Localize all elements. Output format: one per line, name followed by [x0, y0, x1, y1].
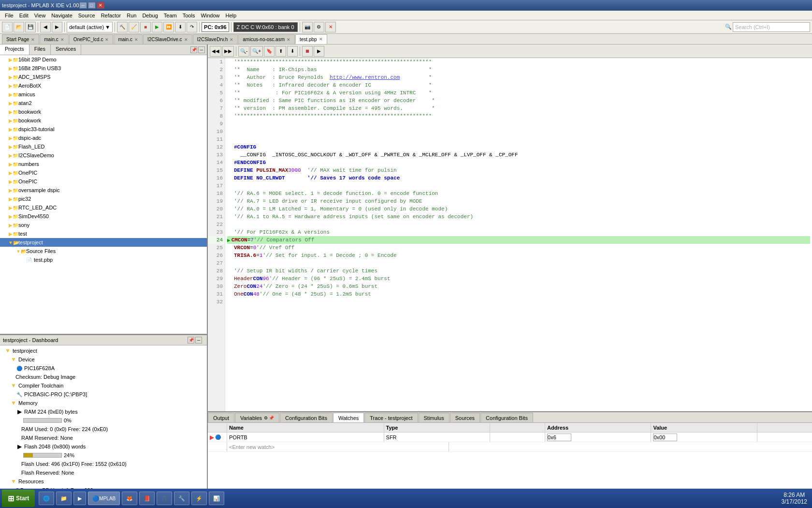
- tree-item-test[interactable]: ▶📁 test: [0, 229, 207, 238]
- tree-item-flash-led[interactable]: ▶📁 Flash_LED: [0, 142, 207, 151]
- code-line-13[interactable]: __CONFIG _INTOSC_OSC_NOCLKOUT & _WDT_OFF…: [227, 151, 810, 159]
- taskbar-pickit[interactable]: ⚡: [191, 492, 207, 505]
- tree-item-dspic33[interactable]: ▶📁 dspic33-tutorial: [0, 125, 207, 134]
- code-line-20[interactable]: '// RA.0 = LM Latched = 1, Momentary = 0…: [227, 205, 810, 213]
- tree-item-adc[interactable]: ▶📁 ADC_1MSPS: [0, 73, 207, 81]
- tree-item-16bit28pin[interactable]: ▶📁 16Bit 28Pin USB3: [0, 64, 207, 73]
- tree-item-rtc[interactable]: ▶📁 RTC_LED_ADC: [0, 203, 207, 212]
- tab-close-icon[interactable]: ✕: [287, 37, 290, 42]
- code-line-21[interactable]: '// RA.1 to RA.5 = Hardware address inpu…: [227, 213, 810, 221]
- taskbar-unknown2[interactable]: 📊: [209, 492, 224, 505]
- dash-flash-header[interactable]: ▶ Flash 2048 (0x800) words: [2, 442, 205, 451]
- code-content[interactable]: '***************************************…: [225, 58, 812, 411]
- tree-item-sony[interactable]: ▶📁 sony: [0, 221, 207, 229]
- taskbar-folder[interactable]: 📁: [56, 492, 72, 505]
- tab-main-c-2[interactable]: main.c ✕: [114, 34, 142, 44]
- code-line-23[interactable]: '// For PIC16F62x & A versions: [227, 228, 810, 236]
- tab-close-icon[interactable]: ✕: [134, 37, 138, 42]
- dash-device[interactable]: ▼ Device: [2, 355, 205, 364]
- tree-item-test-pbp[interactable]: 📄 test.pbp: [0, 255, 207, 264]
- code-line-4[interactable]: '* Notes : Infrared decoder & encoder IC…: [227, 81, 810, 89]
- minimize-panel-button[interactable]: ─: [198, 46, 205, 53]
- taskbar-unknown1[interactable]: 🔧: [174, 492, 189, 505]
- dash-checksum[interactable]: Checksum: Debug Image: [2, 373, 205, 381]
- tab-stimulus[interactable]: Stimulus: [419, 413, 450, 422]
- tab-i2cslave-drv[interactable]: I2CSlaveDrv.h ✕: [193, 34, 238, 44]
- pin-button[interactable]: 📌: [190, 46, 197, 53]
- dash-testproject[interactable]: ▼ testproject: [2, 346, 205, 355]
- taskbar-winamp[interactable]: 🎵: [157, 492, 172, 505]
- dash-ram-header[interactable]: ▶ RAM 224 (0xE0) bytes: [2, 407, 205, 416]
- tab-sources[interactable]: Sources: [450, 413, 480, 422]
- menu-run[interactable]: Run: [124, 12, 139, 19]
- tab-watches[interactable]: Watches: [333, 413, 364, 422]
- dash-picbasic[interactable]: 🔧 PICBASIC-PRO [C:\PBP3]: [2, 390, 205, 399]
- menu-window[interactable]: Window: [198, 12, 222, 19]
- menu-navigate[interactable]: Navigate: [48, 12, 75, 19]
- code-line-1[interactable]: '***************************************…: [227, 58, 810, 66]
- maximize-button[interactable]: □: [88, 2, 96, 9]
- menu-file[interactable]: File: [2, 12, 16, 19]
- code-line-16[interactable]: DEFINE NO_CLRWDT '// Saves 17 words code…: [227, 174, 810, 182]
- menu-tools[interactable]: Tools: [180, 12, 198, 19]
- code-line-10[interactable]: [227, 128, 810, 135]
- code-line-24[interactable]: ▶CMCON = 7 '// Comparators Off: [227, 236, 810, 244]
- taskbar-mplab[interactable]: 🔵 MPLAB: [88, 492, 120, 505]
- dash-resources[interactable]: ▼ Resources: [2, 477, 205, 486]
- tab-files[interactable]: Files: [29, 45, 51, 55]
- watch-new-name[interactable]: <Enter new watch>: [227, 442, 449, 451]
- tree-item-atan2[interactable]: ▶📁 atan2: [0, 99, 207, 107]
- tab-close-icon[interactable]: ✕: [319, 37, 323, 42]
- taskbar-media[interactable]: ▶: [73, 492, 86, 505]
- tree-item-simdev[interactable]: ▶📁 SimDev4550: [0, 212, 207, 221]
- tree-item-bookwork1[interactable]: ▶📁 bookwork: [0, 107, 207, 116]
- tab-close-icon[interactable]: ✕: [230, 37, 233, 42]
- code-line-17[interactable]: [227, 182, 810, 190]
- clean-button[interactable]: 🧹: [129, 22, 139, 32]
- debug-go-btn[interactable]: ▶: [314, 46, 324, 57]
- tab-main-c-1[interactable]: main.c ✕: [40, 34, 68, 44]
- tree-item-aerobot[interactable]: ▶📁 AeroBotX: [0, 81, 207, 90]
- code-line-14[interactable]: #ENDCONFIG: [227, 159, 810, 166]
- code-line-12[interactable]: #CONFIG: [227, 143, 810, 151]
- debug-button[interactable]: ⏩: [163, 22, 174, 32]
- minimize-dashboard-button[interactable]: ─: [195, 337, 202, 344]
- menu-edit[interactable]: Edit: [16, 12, 31, 19]
- code-line-29[interactable]: Header CON 96 '// Header = (96 * 25uS) =…: [227, 275, 810, 283]
- code-line-5[interactable]: '* : For PIC16F62x & A version using 4MH…: [227, 89, 810, 97]
- code-line-6[interactable]: '* modified : Same PIC functions as IR e…: [227, 97, 810, 105]
- editor-forward-button[interactable]: ▶▶: [222, 46, 234, 57]
- tab-close-icon[interactable]: ✕: [31, 37, 35, 42]
- prev-bookmark[interactable]: ⬆: [276, 46, 286, 57]
- menu-refactor[interactable]: Refactor: [98, 12, 124, 19]
- taskbar-acrobat[interactable]: 📕: [139, 492, 155, 505]
- next-bookmark[interactable]: ⬇: [287, 46, 298, 57]
- menu-help[interactable]: Help: [223, 12, 240, 19]
- close-button[interactable]: ✕: [97, 2, 104, 9]
- forward-button[interactable]: ▶: [52, 22, 62, 32]
- save-button[interactable]: 💾: [25, 22, 36, 32]
- tree-item-testproject[interactable]: ▼📂 testproject: [0, 238, 207, 247]
- menu-team[interactable]: Team: [161, 12, 180, 19]
- run-project-button[interactable]: ▶: [152, 22, 162, 32]
- step-into-button[interactable]: ⬇: [175, 22, 186, 32]
- toggle-bookmark[interactable]: 🔖: [264, 46, 275, 57]
- dash-memory[interactable]: ▼ Memory: [2, 399, 205, 407]
- tab-test-pbp[interactable]: test.pbp ✕: [295, 34, 327, 44]
- zoom-out-button[interactable]: 🔍-: [238, 46, 249, 57]
- tab-i2cslave-drive[interactable]: I2CSlaveDrive.c ✕: [143, 34, 192, 44]
- tab-output[interactable]: Output: [208, 413, 234, 422]
- tree-item-onepic1[interactable]: ▶📁 OnePIC: [0, 168, 207, 177]
- tab-close-icon[interactable]: ✕: [105, 37, 109, 42]
- zoom-in-button[interactable]: 🔍+: [250, 46, 263, 57]
- project-tree[interactable]: ▶📁 16bit 28P Demo ▶📁 16Bit 28Pin USB3 ▶📁…: [0, 55, 207, 335]
- code-line-11[interactable]: [227, 135, 810, 143]
- code-line-32[interactable]: [227, 298, 810, 306]
- code-line-9[interactable]: [227, 120, 810, 128]
- code-line-18[interactable]: '// RA.6 = MODE select. 1 = decode funct…: [227, 190, 810, 197]
- tree-item-bookwork2[interactable]: ▶📁 bookwork: [0, 116, 207, 125]
- run-button[interactable]: ■: [140, 22, 151, 32]
- tree-item-pic32[interactable]: ▶📁 pic32: [0, 194, 207, 203]
- dash-pic16f628a[interactable]: 🔵 PIC16F628A: [2, 364, 205, 373]
- tab-close-icon[interactable]: ✕: [60, 37, 64, 42]
